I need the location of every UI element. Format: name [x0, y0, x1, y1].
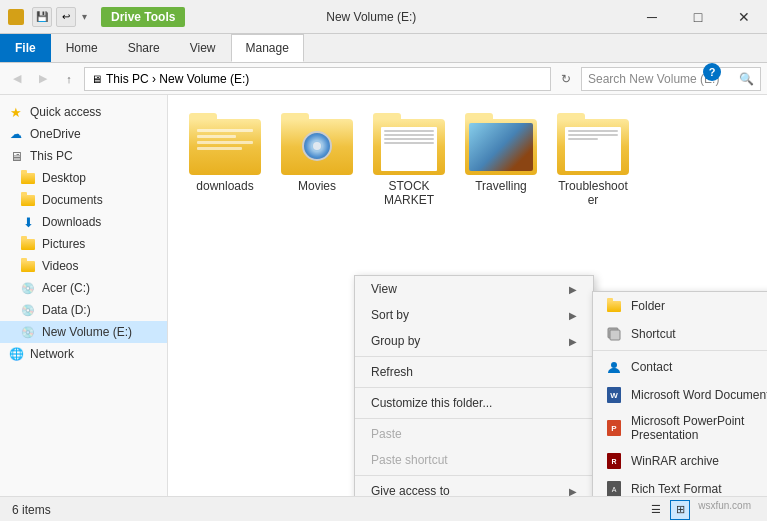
submenu-separator-1 [593, 350, 767, 351]
sidebar-item-data[interactable]: 💿 Data (D:) [0, 299, 167, 321]
submenu-folder[interactable]: Folder [593, 292, 767, 320]
ctx-separator-1 [355, 356, 593, 357]
contact-icon [605, 358, 623, 376]
sidebar-item-new-volume[interactable]: 💿 New Volume (E:) [0, 321, 167, 343]
ctx-group-by[interactable]: Group by ▶ [355, 328, 593, 354]
submenu-rar[interactable]: R WinRAR archive [593, 447, 767, 475]
sidebar-item-acer[interactable]: 💿 Acer (C:) [0, 277, 167, 299]
address-bar: ◀ ▶ ↑ 🖥 This PC › New Volume (E:) ↻ Sear… [0, 63, 767, 95]
folder-grid: downloads Movies [168, 95, 767, 225]
help-button[interactable]: ? [703, 63, 721, 81]
submenu-word[interactable]: W Microsoft Word Document [593, 381, 767, 409]
list-item[interactable]: Troubleshooter [552, 109, 634, 211]
status-bar: 6 items ☰ ⊞ wsxfun.com [0, 496, 767, 521]
desktop-folder-icon [20, 170, 36, 186]
sidebar: ★ Quick access ☁ OneDrive 🖥 This PC Desk… [0, 95, 168, 496]
ctx-paste: Paste [355, 421, 593, 447]
maximize-button[interactable]: □ [675, 0, 721, 34]
search-box[interactable]: Search New Volume (E:) 🔍 [581, 67, 761, 91]
undo-btn[interactable]: ↩ [56, 7, 76, 27]
up-button[interactable]: ↑ [58, 68, 80, 90]
ctx-paste-shortcut: Paste shortcut [355, 447, 593, 473]
submenu-rtf[interactable]: A Rich Text Format [593, 475, 767, 496]
network-icon: 🌐 [8, 346, 24, 362]
ctx-customize[interactable]: Customize this folder... [355, 390, 593, 416]
address-path: This PC › New Volume (E:) [106, 72, 249, 86]
search-placeholder: Search New Volume (E:) [588, 72, 719, 86]
list-view-button[interactable]: ☰ [646, 500, 666, 520]
videos-folder-icon [20, 258, 36, 274]
sidebar-label-pictures: Pictures [42, 237, 85, 251]
submenu-contact[interactable]: Contact [593, 353, 767, 381]
tab-file[interactable]: File [0, 34, 51, 62]
folder-label-travelling: Travelling [475, 179, 527, 193]
quick-save-btn[interactable]: 💾 [32, 7, 52, 27]
sidebar-label-this-pc: This PC [30, 149, 73, 163]
shortcut-icon [605, 325, 623, 343]
sidebar-label-network: Network [30, 347, 74, 361]
folder-icon-travelling [465, 113, 537, 175]
sidebar-label-downloads: Downloads [42, 215, 101, 229]
folder-icon-movies [281, 113, 353, 175]
sidebar-item-quick-access[interactable]: ★ Quick access [0, 101, 167, 123]
ribbon-tabs: File Home Share View Manage [0, 34, 767, 62]
tab-manage[interactable]: Manage [231, 34, 304, 62]
sidebar-label-desktop: Desktop [42, 171, 86, 185]
sidebar-item-videos[interactable]: Videos [0, 255, 167, 277]
grid-view-button[interactable]: ⊞ [670, 500, 690, 520]
tab-home[interactable]: Home [51, 34, 113, 62]
folder-icon-downloads [189, 113, 261, 175]
data-drive-icon: 💿 [20, 302, 36, 318]
sidebar-item-downloads[interactable]: ⬇ Downloads [0, 211, 167, 233]
sidebar-item-desktop[interactable]: Desktop [0, 167, 167, 189]
refresh-button[interactable]: ↻ [555, 68, 577, 90]
list-item[interactable]: Movies [276, 109, 358, 211]
app-icon [8, 9, 24, 25]
submenu-new: Folder Shortcut Contact W Microsoft Word… [592, 291, 767, 496]
ctx-view[interactable]: View ▶ [355, 276, 593, 302]
ctx-separator-2 [355, 387, 593, 388]
sidebar-label-quick-access: Quick access [30, 105, 101, 119]
context-menu: View ▶ Sort by ▶ Group by ▶ Refresh Cust… [354, 275, 594, 496]
main-area: ★ Quick access ☁ OneDrive 🖥 This PC Desk… [0, 95, 767, 496]
rar-icon: R [605, 452, 623, 470]
sidebar-item-pictures[interactable]: Pictures [0, 233, 167, 255]
star-icon: ★ [8, 104, 24, 120]
submenu-shortcut[interactable]: Shortcut [593, 320, 767, 348]
quick-access-bar: 💾 ↩ ▾ [28, 7, 93, 27]
ctx-sort-by[interactable]: Sort by ▶ [355, 302, 593, 328]
sidebar-item-onedrive[interactable]: ☁ OneDrive [0, 123, 167, 145]
search-icon: 🔍 [739, 72, 754, 86]
sidebar-item-documents[interactable]: Documents [0, 189, 167, 211]
back-button[interactable]: ◀ [6, 68, 28, 90]
ctx-refresh[interactable]: Refresh [355, 359, 593, 385]
window-title: New Volume (E:) [113, 10, 629, 24]
view-controls: ☰ ⊞ wsxfun.com [646, 500, 755, 520]
submenu-ppt[interactable]: P Microsoft PowerPoint Presentation [593, 409, 767, 447]
sidebar-item-this-pc[interactable]: 🖥 This PC [0, 145, 167, 167]
address-box[interactable]: 🖥 This PC › New Volume (E:) [84, 67, 551, 91]
rtf-icon: A [605, 480, 623, 496]
minimize-button[interactable]: ─ [629, 0, 675, 34]
list-item[interactable]: downloads [184, 109, 266, 211]
tab-share[interactable]: Share [113, 34, 175, 62]
content-area: downloads Movies [168, 95, 767, 496]
close-button[interactable]: ✕ [721, 0, 767, 34]
sidebar-label-acer: Acer (C:) [42, 281, 90, 295]
list-item[interactable]: Travelling [460, 109, 542, 211]
forward-button[interactable]: ▶ [32, 68, 54, 90]
ctx-give-access[interactable]: Give access to ▶ [355, 478, 593, 496]
sidebar-item-network[interactable]: 🌐 Network [0, 343, 167, 365]
tab-view[interactable]: View [175, 34, 231, 62]
documents-folder-icon [20, 192, 36, 208]
onedrive-icon: ☁ [8, 126, 24, 142]
folder-icon-troubleshooter [557, 113, 629, 175]
window-controls: ─ □ ✕ [629, 0, 767, 34]
folder-icon-stock [373, 113, 445, 175]
ctx-arrow-access: ▶ [569, 486, 577, 497]
list-item[interactable]: STOCK MARKET [368, 109, 450, 211]
word-icon: W [605, 386, 623, 404]
new-volume-drive-icon: 💿 [20, 324, 36, 340]
pictures-folder-icon [20, 236, 36, 252]
acer-drive-icon: 💿 [20, 280, 36, 296]
